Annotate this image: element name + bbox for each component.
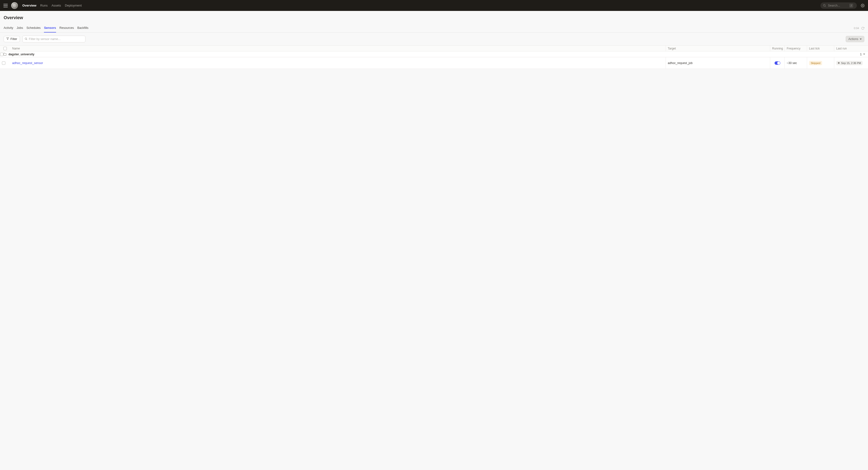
primary-nav: Overview Runs Assets Deployment (22, 4, 82, 7)
global-search-input[interactable] (828, 4, 847, 7)
search-shortcut-hint: / (849, 4, 853, 7)
sensor-target[interactable]: adhoc_request_job (668, 61, 692, 65)
topbar: Overview Runs Assets Deployment / (0, 0, 868, 11)
repo-group-label: dagster_university (8, 53, 34, 56)
col-last-tick[interactable]: Last tick (807, 45, 834, 51)
table-header: Name Target Running Frequency Last tick … (0, 45, 868, 52)
table-row: adhoc_request_sensor adhoc_request_job ~… (0, 57, 868, 69)
refresh-counter: 0:04 (854, 27, 859, 30)
search-icon (25, 37, 27, 41)
settings-button[interactable] (861, 4, 865, 7)
col-last-run[interactable]: Last run (834, 45, 868, 51)
col-target[interactable]: Target (665, 45, 770, 51)
actions-button-label: Actions (848, 37, 858, 41)
filter-icon (6, 37, 9, 41)
filter-button[interactable]: Filter (4, 36, 20, 42)
running-toggle[interactable] (775, 61, 780, 65)
tab-activity[interactable]: Activity (4, 24, 13, 33)
hamburger-menu-button[interactable] (3, 4, 8, 7)
select-all-checkbox[interactable] (3, 47, 7, 50)
nav-link-runs[interactable]: Runs (40, 4, 48, 7)
page-title: Overview (4, 15, 864, 21)
nav-link-overview[interactable]: Overview (22, 4, 36, 7)
row-checkbox[interactable] (2, 61, 5, 65)
last-tick-badge[interactable]: Skipped (809, 61, 822, 65)
last-run-pill[interactable]: Sep 15, 2:36 PM (836, 61, 863, 65)
svg-point-4 (25, 38, 27, 39)
repo-group-row[interactable]: dagster_university 1 (0, 52, 868, 57)
col-name[interactable]: Name (10, 47, 665, 50)
toolbar: Filter Actions (0, 33, 868, 45)
tab-resources[interactable]: Resources (59, 24, 74, 33)
status-dot-icon (838, 62, 840, 64)
sensor-frequency: ~30 sec (787, 61, 797, 65)
nav-link-deployment[interactable]: Deployment (65, 4, 82, 7)
refresh-status: 0:04 (854, 27, 864, 30)
app-logo[interactable] (11, 2, 18, 9)
filter-button-label: Filter (10, 37, 17, 41)
actions-button[interactable]: Actions (846, 36, 864, 42)
sensor-name-link[interactable]: adhoc_request_sensor (12, 61, 43, 65)
tab-sensors[interactable]: Sensors (44, 24, 56, 33)
nav-link-assets[interactable]: Assets (52, 4, 61, 7)
last-run-time: Sep 15, 2:36 PM (841, 62, 861, 65)
chevron-down-icon[interactable] (863, 54, 865, 55)
tab-schedules[interactable]: Schedules (27, 24, 40, 33)
folder-icon (3, 53, 6, 56)
tab-backfills[interactable]: Backfills (77, 24, 88, 33)
refresh-button[interactable] (861, 27, 864, 30)
svg-line-5 (27, 39, 27, 40)
sensor-name-filter[interactable] (22, 36, 86, 42)
svg-point-0 (823, 4, 825, 6)
svg-point-2 (862, 5, 863, 6)
tab-jobs[interactable]: Jobs (17, 24, 23, 33)
col-frequency[interactable]: Frequency (784, 45, 807, 51)
svg-marker-3 (6, 38, 9, 39)
search-icon (823, 4, 826, 7)
chevron-down-icon (860, 39, 862, 40)
svg-line-1 (825, 6, 826, 6)
col-running[interactable]: Running (770, 45, 784, 51)
sensor-name-filter-input[interactable] (29, 37, 83, 41)
repo-group-count: 1 (860, 53, 862, 56)
sensors-table: Name Target Running Frequency Last tick … (0, 45, 868, 69)
group-checkbox[interactable] (0, 53, 3, 56)
page-header: Overview (0, 11, 868, 21)
page-tabs: Activity Jobs Schedules Sensors Resource… (4, 24, 88, 33)
global-search[interactable]: / (820, 2, 857, 9)
tabs-row: Activity Jobs Schedules Sensors Resource… (0, 24, 868, 33)
